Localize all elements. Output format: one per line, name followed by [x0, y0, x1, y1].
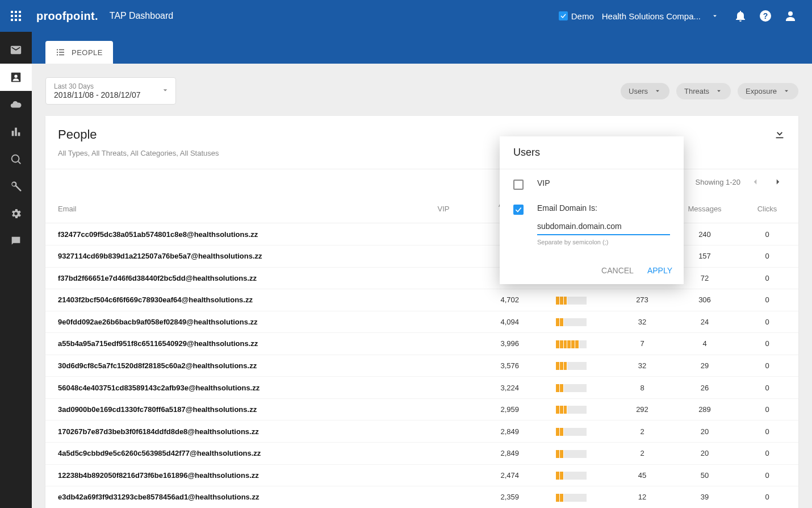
cell-events: 292 — [611, 398, 673, 420]
caret-down-icon — [711, 12, 719, 20]
email-domain-checkbox[interactable] — [513, 205, 524, 215]
pager-prev[interactable] — [747, 174, 763, 190]
download-button[interactable] — [773, 127, 786, 141]
cell-messages: 24 — [673, 311, 736, 333]
users-filter-popover: Users VIP Email Domain Is: Separate by — [500, 136, 684, 284]
cell-bar — [531, 333, 611, 355]
cell-clicks: 0 — [736, 289, 798, 311]
rail-search[interactable] — [0, 145, 32, 173]
cell-vip — [412, 486, 475, 508]
left-rail — [0, 32, 32, 508]
cell-attack-index: 3,996 — [475, 333, 531, 355]
cell-bar — [531, 443, 611, 465]
pager-next[interactable] — [770, 174, 786, 190]
table-row[interactable]: 4a5d5c9cbbd9e5c6260c563985d42f77@healths… — [45, 443, 798, 465]
cell-bar — [531, 355, 611, 377]
help-icon[interactable]: ? — [759, 9, 772, 23]
cell-attack-index: 2,849 — [475, 443, 531, 465]
cell-bar — [531, 289, 611, 311]
showing-label: Showing 1-20 — [696, 178, 741, 186]
account-icon[interactable] — [784, 9, 797, 23]
company-selector[interactable]: Health Solutions Compa... — [602, 11, 719, 21]
demo-toggle[interactable]: Demo — [559, 11, 594, 21]
rail-settings[interactable] — [0, 200, 32, 227]
table-row[interactable]: a55b4a95a715edf951f8c65116540929@healths… — [45, 333, 798, 355]
svg-point-15 — [12, 155, 19, 163]
svg-rect-8 — [19, 19, 21, 21]
cell-vip — [412, 398, 475, 420]
table-row[interactable]: e3db42a69f3f9d31293cbe8578456ad1@healths… — [45, 486, 798, 508]
vip-checkbox[interactable] — [513, 180, 524, 190]
cell-clicks: 0 — [736, 398, 798, 420]
table-row[interactable]: 3ad0900b0e169cd1330fc780ff6a5187@healths… — [45, 398, 798, 420]
cell-email: 12238b4b892050f8216d73f6be161896@healths… — [45, 464, 412, 486]
apps-grid-icon[interactable] — [9, 9, 23, 23]
rail-chat[interactable] — [0, 227, 32, 255]
cell-messages: 4 — [673, 333, 736, 355]
cell-events: 32 — [611, 311, 673, 333]
svg-point-17 — [57, 49, 58, 50]
filter-exposure[interactable]: Exposure — [738, 83, 798, 99]
cell-clicks: 0 — [736, 464, 798, 486]
email-domain-input[interactable] — [537, 218, 670, 235]
cell-bar — [531, 398, 611, 420]
notifications-icon[interactable] — [734, 9, 747, 23]
rail-tools[interactable] — [0, 173, 32, 200]
check-icon — [559, 11, 568, 20]
table-row[interactable]: 56048c4e403751cd83589143c2afb93e@healths… — [45, 377, 798, 399]
table-row[interactable]: 9327114cd69b839d1a212507a76be5a7@healths… — [45, 245, 798, 267]
table-row[interactable]: 21403f2bcf504c6f6f669c78930eaf64@healths… — [45, 289, 798, 311]
date-range-picker[interactable]: Last 30 Days 2018/11/08 - 2018/12/07 — [45, 77, 176, 105]
filter-summary: All Types, All Threats, All Categories, … — [45, 147, 798, 169]
cell-bar — [531, 377, 611, 399]
table-row[interactable]: f37bd2f66651e7d46f6d38440f2bc5dd@healths… — [45, 267, 798, 289]
popover-cancel-button[interactable]: CANCEL — [601, 266, 634, 275]
cell-vip — [412, 420, 475, 443]
cell-email: 9327114cd69b839d1a212507a76be5a7@healths… — [45, 245, 412, 267]
popover-apply-button[interactable]: APPLY — [647, 266, 672, 275]
cell-clicks: 0 — [736, 443, 798, 465]
filter-threats-label: Threats — [684, 87, 709, 95]
cell-attack-index: 3,224 — [475, 377, 531, 399]
dashboard-title: TAP Dashboard — [110, 11, 173, 21]
rail-analytics[interactable] — [0, 118, 32, 145]
cell-clicks: 0 — [736, 311, 798, 333]
cell-email: 9e0fdd092ae26b6bacb9af058ef02849@healths… — [45, 311, 412, 333]
filter-users[interactable]: Users — [621, 83, 669, 99]
table-row[interactable]: f32477cc09f5dc38a051ab574801c8e8@healths… — [45, 223, 798, 245]
filter-threats[interactable]: Threats — [676, 83, 731, 99]
table-row[interactable]: 9e0fdd092ae26b6bacb9af058ef02849@healths… — [45, 311, 798, 333]
people-card: People All Types, All Threats, All Categ… — [45, 116, 798, 508]
cell-vip — [412, 223, 475, 245]
cell-messages: 39 — [673, 486, 736, 508]
cell-clicks: 0 — [736, 486, 798, 508]
cell-vip — [412, 377, 475, 399]
col-email[interactable]: Email — [45, 194, 412, 223]
cell-attack-index: 2,959 — [475, 398, 531, 420]
cell-vip — [412, 311, 475, 333]
svg-rect-20 — [59, 52, 64, 53]
caret-down-icon — [654, 87, 662, 95]
cell-events: 8 — [611, 377, 673, 399]
cell-email: f37bd2f66651e7d46f6d38440f2bc5dd@healths… — [45, 267, 412, 289]
cell-bar — [531, 464, 611, 486]
table-row[interactable]: 30d6d9cf8c5a7fc1520d8f28185c60a2@healths… — [45, 355, 798, 377]
rail-mail[interactable] — [0, 36, 32, 64]
tab-people[interactable]: PEOPLE — [45, 41, 113, 64]
table-row[interactable]: 170267b7e87d3beb3f0f6184ddfd8de8@healths… — [45, 420, 798, 443]
col-vip[interactable]: VIP — [412, 194, 475, 223]
table-row[interactable]: 12238b4b892050f8216d73f6be161896@healths… — [45, 464, 798, 486]
cell-attack-index: 2,474 — [475, 464, 531, 486]
cell-events: 12 — [611, 486, 673, 508]
subnav: PEOPLE — [32, 32, 812, 64]
svg-rect-7 — [15, 19, 17, 21]
cell-messages: 20 — [673, 443, 736, 465]
svg-rect-1 — [15, 11, 17, 13]
rail-people[interactable] — [0, 64, 32, 91]
people-table: Email VIP Attack Index Messages Clicks f… — [45, 194, 798, 508]
svg-point-21 — [57, 54, 58, 55]
col-clicks[interactable]: Clicks — [736, 194, 798, 223]
cell-events: 2 — [611, 443, 673, 465]
cell-email: a55b4a95a715edf951f8c65116540929@healths… — [45, 333, 412, 355]
rail-cloud[interactable] — [0, 91, 32, 118]
